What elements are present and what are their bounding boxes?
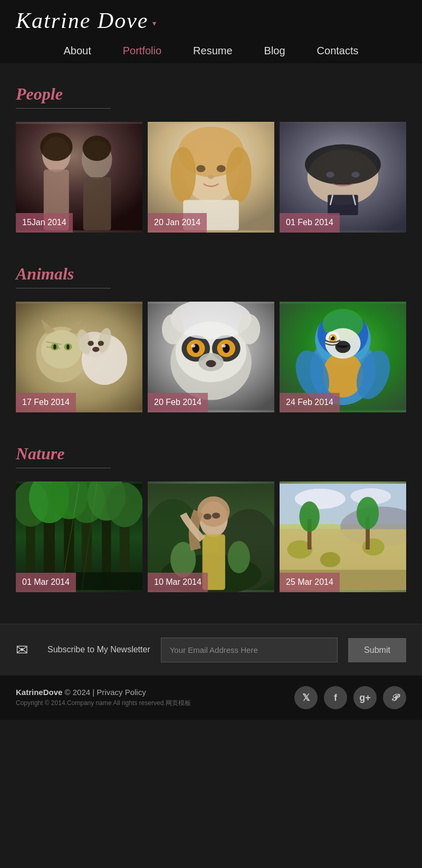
nature-title: Nature xyxy=(16,433,406,464)
svg-point-34 xyxy=(66,344,70,350)
footer-copyright-full: Copyright © 2014.Company name All rights… xyxy=(16,699,294,708)
svg-point-20 xyxy=(351,171,359,178)
googleplus-button[interactable]: g+ xyxy=(353,686,377,709)
svg-point-13 xyxy=(217,165,226,172)
footer-info: KatrineDove © 2024 | Privacy Policy Copy… xyxy=(16,688,294,708)
svg-point-12 xyxy=(196,165,205,172)
svg-point-93 xyxy=(228,541,250,573)
animals-divider xyxy=(16,288,111,288)
pinterest-button[interactable]: 𝒫 xyxy=(383,686,406,709)
email-input[interactable] xyxy=(161,638,338,662)
nature-date-1: 01 Mar 2014 xyxy=(16,573,76,592)
nature-divider xyxy=(16,468,111,468)
footer-copyright-text: © 2024 | Privacy Policy xyxy=(65,688,146,697)
brand-name: KatrineDove xyxy=(16,688,62,697)
people-section: People xyxy=(16,74,406,233)
svg-point-57 xyxy=(238,314,260,344)
people-photo-2[interactable]: 20 Jan 2014 xyxy=(148,122,274,233)
nature-date-2: 10 Mar 2014 xyxy=(148,573,208,592)
nature-photo-2[interactable]: 10 Mar 2014 xyxy=(148,481,274,592)
svg-point-54 xyxy=(206,360,216,367)
svg-rect-5 xyxy=(83,177,111,230)
logo: Katrine Dove xyxy=(16,8,148,33)
googleplus-icon: g+ xyxy=(359,692,371,703)
nature-photo-1[interactable]: 01 Mar 2014 xyxy=(16,481,142,592)
twitter-button[interactable]: 𝕏 xyxy=(294,686,318,709)
svg-point-51 xyxy=(191,344,196,348)
nav-contacts[interactable]: Contacts xyxy=(317,45,359,57)
footer: ✉ Subscribe to My Newsletter Submit Katr… xyxy=(0,624,422,720)
facebook-icon: f xyxy=(334,692,337,703)
svg-point-84 xyxy=(107,483,142,527)
footer-brand: KatrineDove © 2024 | Privacy Policy xyxy=(16,688,294,697)
nav: About Portfolio Resume Blog Contacts xyxy=(16,38,406,63)
submit-button[interactable]: Submit xyxy=(348,638,406,662)
social-links: 𝕏 f g+ 𝒫 xyxy=(294,686,406,709)
people-date-2: 20 Jan 2014 xyxy=(148,213,207,233)
chevron-down-icon: ▾ xyxy=(152,19,156,28)
twitter-icon: 𝕏 xyxy=(302,692,310,703)
nav-about[interactable]: About xyxy=(63,45,91,57)
people-date-1: 15Jan 2014 xyxy=(16,213,73,233)
animals-grid: 17 Feb 2014 xyxy=(16,302,406,412)
footer-bottom: KatrineDove © 2024 | Privacy Policy Copy… xyxy=(0,676,422,720)
animals-date-1: 17 Feb 2014 xyxy=(16,393,76,412)
nav-blog[interactable]: Blog xyxy=(264,45,285,57)
people-grid: 15Jan 2014 xyxy=(16,122,406,233)
nav-portfolio[interactable]: Portfolio xyxy=(123,45,161,57)
svg-point-10 xyxy=(170,147,196,202)
svg-point-109 xyxy=(299,501,319,532)
animals-date-3: 24 Feb 2014 xyxy=(280,393,340,412)
svg-point-111 xyxy=(357,497,379,529)
subscribe-label: Subscribe to My Newsletter xyxy=(47,644,150,655)
main-content: People xyxy=(0,63,422,624)
header: Katrine Dove ▾ About Portfolio Resume Bl… xyxy=(0,0,422,63)
svg-point-107 xyxy=(362,538,384,556)
svg-point-3 xyxy=(40,133,72,161)
people-divider xyxy=(16,108,111,109)
svg-point-95 xyxy=(197,496,229,527)
svg-point-106 xyxy=(320,552,340,567)
subscribe-bar: ✉ Subscribe to My Newsletter Submit xyxy=(0,624,422,676)
animals-photo-1[interactable]: 17 Feb 2014 xyxy=(16,302,142,412)
svg-point-61 xyxy=(323,352,363,397)
animals-title: Animals xyxy=(16,254,406,284)
svg-point-39 xyxy=(88,341,94,346)
svg-point-56 xyxy=(162,314,184,344)
svg-point-19 xyxy=(326,171,334,178)
nature-date-3: 25 Mar 2014 xyxy=(280,573,340,592)
people-title: People xyxy=(16,74,406,104)
animals-date-2: 20 Feb 2014 xyxy=(148,393,208,412)
nature-grid: 01 Mar 2014 xyxy=(16,481,406,592)
svg-point-18 xyxy=(305,144,381,185)
svg-point-14 xyxy=(208,175,214,179)
svg-point-33 xyxy=(53,344,56,350)
nature-photo-3[interactable]: 25 Mar 2014 xyxy=(280,481,406,592)
people-date-3: 01 Feb 2014 xyxy=(280,213,340,233)
svg-point-98 xyxy=(212,513,220,519)
animals-photo-2[interactable]: 20 Feb 2014 xyxy=(148,302,274,412)
people-photo-3[interactable]: 01 Feb 2014 xyxy=(280,122,406,233)
svg-point-52 xyxy=(222,344,226,348)
envelope-icon: ✉ xyxy=(16,641,37,659)
facebook-button[interactable]: f xyxy=(324,686,347,709)
pinterest-icon: 𝒫 xyxy=(391,692,398,703)
animals-section: Animals xyxy=(16,254,406,412)
svg-point-69 xyxy=(330,336,332,338)
svg-point-97 xyxy=(204,514,212,520)
logo-area: Katrine Dove ▾ xyxy=(16,8,406,38)
people-photo-1[interactable]: 15Jan 2014 xyxy=(16,122,142,233)
nav-resume[interactable]: Resume xyxy=(193,45,232,57)
svg-point-6 xyxy=(83,136,111,161)
animals-photo-3[interactable]: 24 Feb 2014 xyxy=(280,302,406,412)
nature-section: Nature xyxy=(16,433,406,592)
svg-point-41 xyxy=(92,347,99,352)
svg-point-40 xyxy=(98,341,104,346)
svg-point-11 xyxy=(226,147,252,202)
svg-point-28 xyxy=(41,330,82,369)
